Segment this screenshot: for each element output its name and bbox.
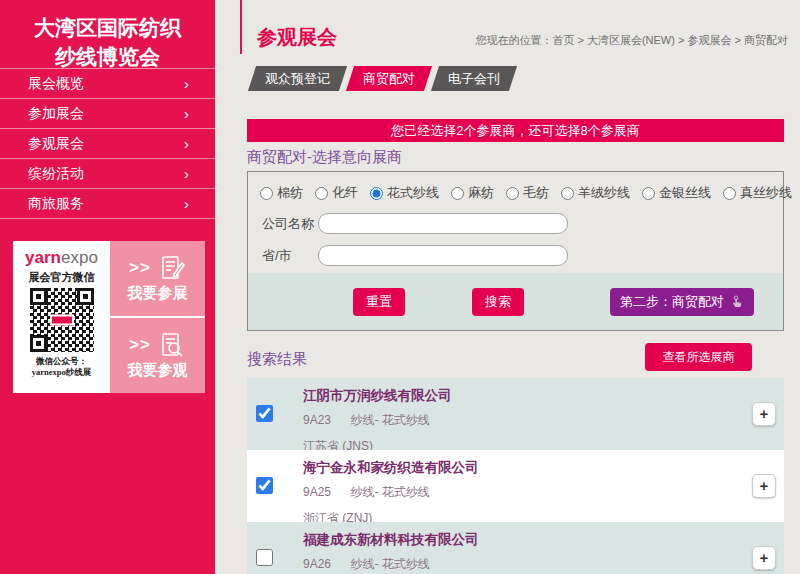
qr-finder-icon — [30, 335, 47, 352]
filter-actions-bar: 重置 搜索 第二步：商贸配对 — [248, 273, 783, 330]
sidebar-item-label: 展会概览 — [28, 75, 84, 93]
cta-exhibit-label: 我要参展 — [128, 284, 188, 303]
wechat-widget: yarnexpo 展会官方微信 微信公众号： yarnexpo纱线展 >> — [13, 241, 205, 393]
radio-option-silk[interactable]: 真丝纱线 — [723, 184, 792, 202]
sidebar-item-events[interactable]: 缤纷活动 › — [0, 159, 215, 189]
reset-button[interactable]: 重置 — [353, 288, 405, 316]
radio-input[interactable] — [451, 187, 464, 200]
booth-number: 9A26 — [303, 557, 331, 571]
site-title-line1: 大湾区国际纺织 — [0, 13, 215, 42]
radio-option-chemical-fiber[interactable]: 化纤 — [315, 184, 358, 202]
wechat-title: 展会官方微信 — [13, 270, 110, 285]
tab-e-catalogue[interactable]: 电子会刊 — [431, 66, 517, 91]
logo-yarn: yarn — [25, 248, 61, 267]
province-input[interactable] — [318, 245, 568, 266]
category-text: 纱线- 花式纱线 — [350, 557, 429, 571]
tab-label: 观众预登记 — [265, 66, 330, 91]
company-name-label: 公司名称 — [262, 215, 318, 233]
cta-visit-button[interactable]: >> 我要参观 — [110, 318, 205, 393]
cta-visit-label: 我要参观 — [128, 361, 188, 380]
form-pencil-icon — [158, 254, 186, 282]
radio-input[interactable] — [370, 187, 383, 200]
radio-label: 化纤 — [332, 184, 358, 202]
booth-category: 9A26 纱线- 花式纱线 — [303, 556, 784, 573]
chevron-right-icon: › — [184, 76, 189, 91]
booth-number: 9A23 — [303, 413, 331, 427]
radio-input[interactable] — [260, 187, 273, 200]
radio-option-wool[interactable]: 毛纺 — [506, 184, 549, 202]
cta-panels: >> 我要参展 >> — [110, 241, 205, 393]
sidebar-item-label: 参观展会 — [28, 135, 84, 153]
page-title: 参观展会 — [257, 24, 337, 51]
radio-label: 羊绒纱线 — [578, 184, 630, 202]
select-exhibitor-checkbox[interactable] — [256, 477, 273, 494]
radio-option-cashmere[interactable]: 羊绒纱线 — [561, 184, 630, 202]
qr-finder-icon — [77, 288, 94, 305]
sidebar-item-exhibit[interactable]: 参加展会 › — [0, 99, 215, 129]
result-row: 江阴市万润纱线有限公司 9A23 纱线- 花式纱线 江苏省 (JNS) + — [247, 378, 784, 450]
double-chevron-icon: >> — [129, 258, 151, 278]
matching-section-title: 商贸配对-选择意向展商 — [247, 148, 402, 167]
wechat-account-label: 微信公众号： — [13, 356, 110, 367]
add-exhibitor-button[interactable]: + — [752, 474, 776, 498]
sidebar-item-label: 商旅服务 — [28, 195, 84, 213]
radio-label: 麻纺 — [468, 184, 494, 202]
chevron-right-icon: › — [184, 196, 189, 211]
company-name[interactable]: 江阴市万润纱线有限公司 — [303, 387, 784, 405]
sidebar-item-label: 参加展会 — [28, 105, 84, 123]
tab-business-matching[interactable]: 商贸配对 — [346, 66, 432, 91]
logo-expo: expo — [61, 248, 98, 267]
sidebar-item-visit[interactable]: 参观展会 › — [0, 129, 215, 159]
sidebar-menu: 展会概览 › 参加展会 › 参观展会 › 缤纷活动 › 商旅服务 › — [0, 68, 215, 219]
radio-label: 棉纺 — [277, 184, 303, 202]
radio-option-linen[interactable]: 麻纺 — [451, 184, 494, 202]
sidebar: 大湾区国际纺织 纱线博览会 展会概览 › 参加展会 › 参观展会 › 缤纷活动 … — [0, 0, 215, 574]
company-name[interactable]: 海宁金永和家纺织造有限公司 — [303, 459, 784, 477]
selection-notice-banner: 您已经选择2个参展商，还可选择8个参展商 — [247, 119, 784, 142]
wechat-account: 微信公众号： yarnexpo纱线展 — [13, 356, 110, 378]
search-button[interactable]: 搜索 — [472, 288, 524, 316]
results-title: 搜索结果 — [247, 350, 307, 369]
add-exhibitor-button[interactable]: + — [752, 546, 776, 570]
view-selected-button[interactable]: 查看所选展商 — [645, 343, 752, 371]
tab-label: 电子会刊 — [448, 66, 500, 91]
chevron-right-icon: › — [184, 106, 189, 121]
radio-input[interactable] — [315, 187, 328, 200]
results-list: 江阴市万润纱线有限公司 9A23 纱线- 花式纱线 江苏省 (JNS) + 海宁… — [247, 378, 784, 574]
select-exhibitor-checkbox[interactable] — [256, 549, 273, 566]
yarnexpo-logo: yarnexpo — [13, 248, 110, 268]
qr-center-logo — [50, 315, 74, 326]
step2-matching-button[interactable]: 第二步：商贸配对 — [610, 288, 754, 316]
hand-click-icon — [731, 295, 744, 309]
result-row: 福建成东新材料科技有限公司 9A26 纱线- 花式纱线 福建省 (FJN) + — [247, 522, 784, 574]
radio-label: 金银丝线 — [659, 184, 711, 202]
sidebar-item-travel[interactable]: 商旅服务 › — [0, 189, 215, 219]
filter-box: 棉纺 化纤 花式纱线 麻纺 毛纺 羊绒纱线 金银丝线 真丝纱线 其它 全选 公司… — [247, 171, 784, 331]
cta-exhibit-button[interactable]: >> 我要参展 — [110, 241, 205, 318]
company-name[interactable]: 福建成东新材料科技有限公司 — [303, 531, 784, 549]
booth-category: 9A23 纱线- 花式纱线 — [303, 412, 784, 429]
radio-option-cotton[interactable]: 棉纺 — [260, 184, 303, 202]
sidebar-item-overview[interactable]: 展会概览 › — [0, 69, 215, 99]
select-exhibitor-checkbox[interactable] — [256, 405, 273, 422]
qr-finder-icon — [30, 288, 47, 305]
radio-input[interactable] — [642, 187, 655, 200]
add-exhibitor-button[interactable]: + — [752, 402, 776, 426]
radio-label: 真丝纱线 — [740, 184, 792, 202]
breadcrumb[interactable]: 您现在的位置：首页 > 大湾区展会(NEW) > 参观展会 > 商贸配对 — [475, 33, 788, 48]
result-row: 海宁金永和家纺织造有限公司 9A25 纱线- 花式纱线 浙江省 (ZNJ) + — [247, 450, 784, 522]
radio-input[interactable] — [561, 187, 574, 200]
title-accent-line — [240, 0, 242, 54]
radio-label: 花式纱线 — [387, 184, 439, 202]
radio-option-fancy-yarn[interactable]: 花式纱线 — [370, 184, 439, 202]
radio-input[interactable] — [723, 187, 736, 200]
province-label: 省/市 — [262, 247, 318, 265]
tab-label: 商贸配对 — [363, 66, 415, 91]
radio-input[interactable] — [506, 187, 519, 200]
radio-option-metallic[interactable]: 金银丝线 — [642, 184, 711, 202]
site-title: 大湾区国际纺织 纱线博览会 — [0, 13, 215, 71]
chevron-right-icon: › — [184, 166, 189, 181]
radio-label: 毛纺 — [523, 184, 549, 202]
tab-preregistration[interactable]: 观众预登记 — [248, 66, 347, 91]
company-name-input[interactable] — [318, 213, 568, 234]
